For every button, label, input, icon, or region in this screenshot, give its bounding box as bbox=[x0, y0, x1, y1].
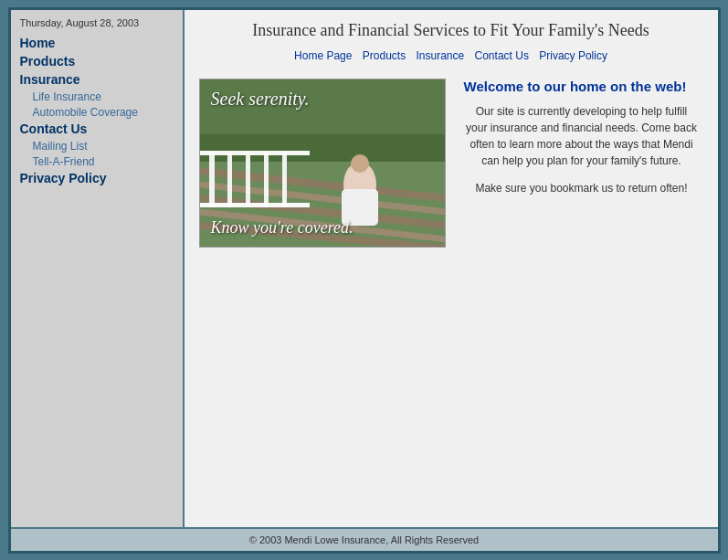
body-section: Seek serenity. Know you're covered. Welc… bbox=[185, 71, 718, 255]
sidebar-item-mailing[interactable]: Mailing List bbox=[33, 140, 174, 153]
hero-overlay: Seek serenity. Know you're covered. bbox=[200, 79, 445, 247]
page-title: Insurance and Financial Services to Fit … bbox=[185, 10, 718, 46]
welcome-body2: Make sure you bookmark us to return ofte… bbox=[464, 180, 700, 196]
main-content: Thursday, August 28, 2003 Home Products … bbox=[11, 10, 718, 527]
footer: © 2003 Mendi Lowe Insurance, All Rights … bbox=[11, 527, 718, 551]
sidebar-item-automobile[interactable]: Automobile Coverage bbox=[33, 106, 174, 119]
welcome-title: Welcome to our home on the web! bbox=[464, 79, 700, 94]
topnav-insurance[interactable]: Insurance bbox=[416, 49, 464, 62]
content-area: Insurance and Financial Services to Fit … bbox=[185, 10, 718, 527]
top-nav: Home Page Products Insurance Contact Us … bbox=[185, 46, 718, 71]
hero-top-text: Seek serenity. bbox=[211, 89, 434, 110]
sidebar-item-privacy[interactable]: Privacy Policy bbox=[20, 171, 174, 185]
topnav-home[interactable]: Home Page bbox=[294, 49, 352, 62]
topnav-contact[interactable]: Contact Us bbox=[475, 49, 529, 62]
sidebar-date: Thursday, August 28, 2003 bbox=[20, 17, 174, 28]
topnav-privacy[interactable]: Privacy Policy bbox=[539, 49, 607, 62]
sidebar-item-insurance[interactable]: Insurance bbox=[20, 72, 174, 87]
sidebar-item-products[interactable]: Products bbox=[20, 54, 174, 69]
outer-frame: Thursday, August 28, 2003 Home Products … bbox=[8, 7, 721, 554]
welcome-body1: Our site is currently developing to help… bbox=[464, 103, 700, 169]
topnav-products[interactable]: Products bbox=[363, 49, 406, 62]
hero-bottom-text: Know you're covered. bbox=[211, 218, 434, 238]
sidebar: Thursday, August 28, 2003 Home Products … bbox=[11, 10, 185, 527]
welcome-section: Welcome to our home on the web! Our site… bbox=[460, 79, 703, 248]
sidebar-item-tell-friend[interactable]: Tell-A-Friend bbox=[33, 155, 174, 168]
hero-image: Seek serenity. Know you're covered. bbox=[199, 79, 446, 248]
sidebar-item-home[interactable]: Home bbox=[20, 36, 174, 50]
sidebar-item-contact[interactable]: Contact Us bbox=[20, 122, 174, 136]
sidebar-item-life-insurance[interactable]: Life Insurance bbox=[33, 90, 174, 103]
footer-text: © 2003 Mendi Lowe Insurance, All Rights … bbox=[249, 534, 479, 545]
